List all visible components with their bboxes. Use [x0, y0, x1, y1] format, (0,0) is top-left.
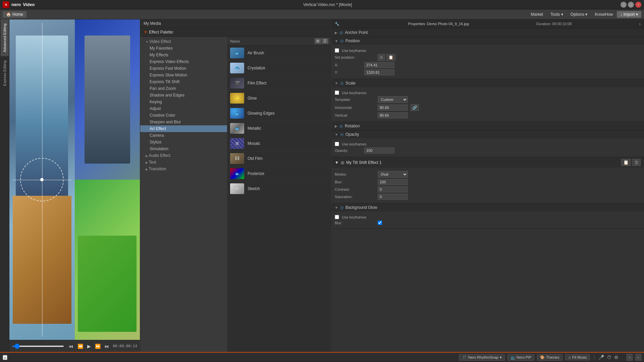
play-button[interactable]: ▶ [86, 343, 92, 350]
left-sidebar: Advanced Editing Express Editing [0, 19, 9, 352]
preview-timeline-slider[interactable] [12, 346, 64, 347]
home-button[interactable]: 🏠 Home [3, 11, 26, 18]
tree-express-slow[interactable]: Express Slow Motion [140, 72, 227, 78]
tree-keying[interactable]: Keying [140, 99, 227, 105]
close-button[interactable]: × [635, 2, 641, 8]
template-label: Template: [335, 98, 375, 102]
settings-button[interactable]: ⚙ [614, 355, 619, 360]
effect-item-sketch[interactable]: ✏ Sketch [227, 181, 331, 196]
effect-item-glowing-edges[interactable]: 🐟 Glowing Edges [227, 106, 331, 121]
effect-item-old-film[interactable]: 🎞 Old Film [227, 151, 331, 166]
effect-item-airbrush[interactable]: 🐟 Air Brush [227, 46, 331, 61]
effect-item-crystalize[interactable]: 🐟 Crystalize [227, 61, 331, 76]
list-view-button[interactable]: ☰ [322, 38, 328, 44]
tree-adjust[interactable]: Adjust [140, 105, 227, 112]
tree-sharpen-blur[interactable]: Sharpen and Blur [140, 119, 227, 125]
main-content: Advanced Editing Express Editing [0, 19, 644, 352]
horizontal-input[interactable] [378, 105, 408, 111]
transition-section: Transition [140, 166, 227, 172]
tree-creative-color[interactable]: Creative Color [140, 112, 227, 119]
themes-button[interactable]: 🎨 Themes [537, 354, 562, 361]
knowhow-menu[interactable]: KnowHow [591, 11, 616, 18]
position-keyframes-checkbox[interactable] [335, 48, 339, 53]
scale-header[interactable]: ▼ ◎ Scale [331, 79, 644, 87]
tools-menu[interactable]: Tools ▾ [547, 11, 566, 18]
template-select[interactable]: Custom [378, 96, 408, 103]
scale-keyframes-checkbox[interactable] [335, 90, 339, 95]
bg-blur-checkbox[interactable] [378, 221, 382, 225]
market-menu[interactable]: Market [528, 11, 547, 18]
opacity-header[interactable]: ▼ ◎ Opacity [331, 130, 644, 138]
mic-button[interactable]: 🎤 [598, 355, 604, 360]
grid-view-button[interactable]: ⊞ [315, 38, 321, 44]
tree-shadow-edges[interactable]: Shadow and Edges [140, 92, 227, 99]
audio-effect-parent[interactable]: Audio Effect [140, 152, 227, 159]
anchor-point-header[interactable]: ▶ ◎ Anchor Point [331, 28, 644, 37]
opacity-input[interactable] [364, 147, 394, 154]
opacity-label: Opacity: [335, 148, 362, 153]
vertical-input[interactable] [378, 112, 408, 118]
saturation-input[interactable] [378, 194, 408, 200]
oldfilm-thumb: 🎞 [230, 153, 244, 164]
advanced-editing-tab[interactable]: Advanced Editing [1, 19, 9, 56]
tree-simulation[interactable]: Simulation [140, 145, 227, 152]
rhythmsnap-button[interactable]: 🎵 Nero RhythmSnap ▾ [459, 354, 505, 361]
expand-palette-icon: ▼ [144, 30, 148, 35]
step-back-button[interactable]: ⏪ [76, 343, 85, 350]
properties-expand-button[interactable]: › [639, 21, 641, 26]
tree-pan-zoom[interactable]: Pan and Zoom [140, 85, 227, 92]
duration-display: Duration: 00:00:10:08 [536, 22, 572, 26]
timeline-expand-right-button[interactable]: › [627, 354, 633, 361]
effect-item-posterize[interactable]: 🐟 Posterize [227, 166, 331, 181]
timeline-shrink-button[interactable]: ‹ [635, 354, 641, 361]
tree-my-favorites[interactable]: My Favorites [140, 45, 227, 52]
effect-item-metallic[interactable]: 🐟 Metallic [227, 121, 331, 136]
tree-stylize[interactable]: Stylize [140, 139, 227, 145]
minimize-button[interactable]: − [621, 2, 627, 8]
maximize-button[interactable]: □ [628, 2, 634, 8]
scale-link-button[interactable]: 🔗 [411, 104, 419, 111]
opacity-title: Opacity [345, 132, 359, 137]
tree-art-effect[interactable]: Art Effect [140, 125, 227, 132]
express-editing-tab[interactable]: Express Editing [1, 56, 9, 90]
import-button[interactable]: ↓ Import ▾ [617, 11, 641, 18]
effect-item-mosaic[interactable]: ⊞ Mosaic [227, 136, 331, 151]
timeline-collapse-button[interactable]: ▲ [3, 355, 7, 360]
position-copy-button[interactable]: 📋 [386, 54, 395, 61]
bg-glow-body: Use keyframes Blur: [331, 212, 644, 228]
play-to-end-button[interactable]: ⏭ [103, 343, 111, 350]
text-parent[interactable]: Text [140, 159, 227, 166]
app-name: nero [11, 2, 21, 7]
tree-express-video[interactable]: Express Video Effects [140, 58, 227, 65]
bg-keyframes-checkbox[interactable] [335, 215, 339, 219]
tree-express-tilt[interactable]: Express Tilt Shift [140, 78, 227, 85]
my-media-label[interactable]: My Media [144, 21, 161, 26]
bg-glow-header[interactable]: ▼ ◎ Background Glow [331, 203, 644, 212]
contrast-input[interactable] [378, 186, 408, 192]
modes-select[interactable]: Oval [378, 171, 408, 178]
position-reset-button[interactable]: ⊞ [378, 54, 385, 61]
tiltshift-delete-button[interactable]: 🗑 [632, 159, 641, 166]
play-to-start-button[interactable]: ⏮ [67, 343, 75, 350]
video-effect-parent[interactable]: Video Effect [140, 38, 227, 45]
blur-input[interactable] [378, 179, 408, 185]
step-forward-button[interactable]: ⏩ [94, 343, 102, 350]
tree-my-effects[interactable]: My Effects [140, 52, 227, 58]
transition-parent[interactable]: Transition [140, 166, 227, 172]
y-position-input[interactable] [364, 69, 394, 75]
fit-music-button[interactable]: ♫ Fit Music [565, 354, 590, 360]
clock-button[interactable]: ⏱ [607, 355, 611, 360]
x-position-input[interactable] [364, 62, 394, 68]
tiltshift-copy-button[interactable]: 📋 [621, 159, 631, 166]
opacity-keyframes-checkbox[interactable] [335, 142, 339, 146]
tree-camera[interactable]: Camera [140, 132, 227, 139]
tree-express-fast[interactable]: Express Fast Motion [140, 65, 227, 72]
effect-item-film[interactable]: 🎬 Film Effect [227, 76, 331, 91]
options-menu[interactable]: Options ▾ [567, 11, 591, 18]
glow-thumb: ✨ [230, 93, 244, 104]
rotation-header[interactable]: ▶ ◎ Rotation [331, 122, 644, 130]
pip-button[interactable]: 📺 Nero PiP [507, 354, 534, 361]
effect-item-glow[interactable]: ✨ Glow [227, 91, 331, 106]
blur-row: Blur: [335, 179, 641, 185]
position-header[interactable]: ▼ ◎ Position [331, 37, 644, 45]
